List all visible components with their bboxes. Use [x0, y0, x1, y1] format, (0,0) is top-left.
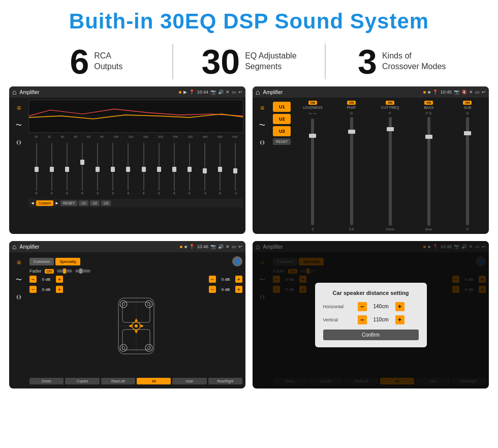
vol-minus-3[interactable]: − [209, 276, 216, 283]
stat-eq: 30 EQ Adjustable Segments [183, 44, 315, 79]
eq-slider-6[interactable]: 0 [121, 143, 135, 195]
freq-32: 32 [48, 135, 51, 138]
stat-label-eq: EQ Adjustable Segments [245, 51, 296, 72]
tab-specialty[interactable]: Specialty [55, 258, 80, 265]
speaker-icon-2[interactable]: ⟬⟭ [259, 139, 265, 146]
eq-slider-3[interactable]: 5 [75, 143, 89, 195]
vol-plus-4[interactable]: + [235, 286, 242, 293]
eq-slider-2[interactable]: 0 [60, 143, 74, 195]
vol-icon-3[interactable]: 🔊 [218, 244, 224, 249]
freq-50: 50 [74, 135, 77, 138]
ctrl-cutfreq-label: CUT FREQ [381, 106, 399, 109]
fader-main: Common Specialty 👤 Fader ON − [28, 254, 243, 386]
stat-crossover: 3 Kinds of Crossover Modes [336, 44, 468, 79]
vol-plus-3[interactable]: + [235, 276, 242, 283]
tab-common[interactable]: Common [29, 258, 54, 265]
x-icon-3[interactable]: ✕ [226, 244, 230, 249]
preset-u3[interactable]: U3 [273, 126, 291, 136]
home-icon-3[interactable]: ⌂ [12, 243, 16, 251]
win-icon-2[interactable]: ▭ [475, 89, 480, 95]
eq-icon-3[interactable]: ≡ [17, 258, 21, 266]
wave-icon-2[interactable]: 〜 [259, 121, 265, 130]
eq-slider-9[interactable]: 0 [167, 143, 181, 195]
loudness-slider[interactable] [311, 118, 314, 225]
sub-slider[interactable] [466, 117, 469, 225]
horizontal-plus[interactable]: + [395, 302, 404, 311]
vol-plus-2[interactable]: + [56, 286, 63, 293]
back-icon-2[interactable]: ↩ [482, 89, 486, 95]
back-icon-3[interactable]: ↩ [238, 244, 242, 249]
phat-slider[interactable] [350, 117, 353, 225]
crossover-reset[interactable]: RESET [273, 138, 291, 145]
vol-plus-1[interactable]: + [56, 276, 63, 283]
ctrl-sub: ON SUB G 0 [449, 101, 486, 231]
eq-slider-7[interactable]: 0 [137, 143, 150, 195]
btn-copilot[interactable]: Copilot [65, 378, 99, 384]
fader-on-badge[interactable]: ON [45, 269, 54, 274]
vertical-minus[interactable]: − [358, 315, 367, 324]
vol-minus-1[interactable]: − [29, 276, 37, 283]
eq-slider-13[interactable]: -1 [229, 143, 242, 195]
vol-icon-2[interactable]: 🔇 [461, 89, 467, 95]
dialog-title: Car speaker distance setting [323, 290, 419, 296]
x-icon-2[interactable]: ✕ [469, 89, 473, 95]
home-icon-1[interactable]: ⌂ [12, 88, 16, 96]
back-icon-1[interactable]: ↩ [238, 89, 242, 95]
dialog-horizontal-row: Horizontal − 140cm + [323, 302, 419, 311]
eq-slider-8[interactable]: 0 [152, 143, 166, 195]
eq-reset-btn[interactable]: RESET [60, 200, 77, 206]
eq-slider-4[interactable]: 0 [91, 143, 105, 195]
speaker-icon-3[interactable]: ⟬⟭ [16, 293, 22, 301]
eq-slider-10[interactable]: 0 [182, 143, 196, 195]
eq-slider-0[interactable]: 0 [29, 143, 43, 195]
eq-slider-12[interactable]: 0 [213, 143, 227, 195]
cam-icon-1[interactable]: 📷 [210, 89, 216, 95]
confirm-button[interactable]: Confirm [323, 330, 419, 340]
eq-icon-1[interactable]: ≡ [17, 104, 21, 112]
eq-slider-5[interactable]: 0 [106, 143, 120, 195]
vol-minus-4[interactable]: − [209, 286, 216, 293]
speaker-icon-1[interactable]: ⟬⟭ [16, 139, 22, 146]
eq-icon-2[interactable]: ≡ [260, 104, 264, 112]
user-icon[interactable]: 👤 [232, 256, 242, 266]
vol-minus-2[interactable]: − [29, 286, 37, 293]
win-icon-1[interactable]: ▭ [232, 89, 236, 95]
prev-arrow[interactable]: ◄ [30, 201, 35, 205]
play-icon-1[interactable]: ▶ [183, 89, 187, 95]
screen-crossover: ⌂ Amplifier 📍 10:45 📷 🔇 ✕ ▭ ↩ ≡ 〜 ⟬⟭ [253, 86, 489, 234]
eq-u2-btn[interactable]: U2 [90, 200, 100, 206]
vol-row-1: − 0 dB + [29, 276, 63, 283]
cutfreq-slider[interactable] [389, 117, 392, 226]
btn-user[interactable]: User [172, 378, 206, 384]
stats-row: 6 RCA Outputs 30 EQ Adjustable Segments … [0, 39, 498, 86]
bass-slider[interactable] [427, 117, 430, 226]
screen-content-3: ≡ 〜 ⟬⟭ Common Specialty 👤 Fader ON [9, 252, 245, 389]
horizontal-minus[interactable]: − [358, 302, 367, 311]
eq-slider-1[interactable]: 0 [45, 143, 58, 195]
right-vol-controls: − 0 dB + − 0 dB + [209, 276, 242, 376]
next-arrow[interactable]: ► [55, 201, 59, 205]
vertical-plus[interactable]: + [395, 315, 404, 324]
win-icon-3[interactable]: ▭ [232, 244, 236, 249]
screen-title-2: Amplifier [263, 89, 420, 95]
eq-slider-11[interactable]: -1 [198, 143, 212, 195]
eq-u1-btn[interactable]: U1 [79, 200, 88, 206]
btn-driver[interactable]: Driver [29, 378, 64, 384]
eq-preset-custom[interactable]: Custom [36, 200, 53, 206]
btn-all[interactable]: All [137, 378, 171, 384]
eq-u3-btn[interactable]: U3 [101, 200, 111, 206]
preset-u2[interactable]: U2 [273, 114, 291, 124]
svg-marker-11 [141, 324, 144, 327]
cam-icon-2[interactable]: 📷 [454, 89, 459, 95]
preset-u1[interactable]: U1 [273, 102, 291, 112]
screen-eq: ⌂ Amplifier ▶ 📍 10:44 📷 🔊 ✕ ▭ ↩ ≡ 〜 ⟬⟭ [9, 86, 245, 234]
home-icon-2[interactable]: ⌂ [256, 88, 260, 96]
wave-icon-3[interactable]: 〜 [16, 276, 22, 284]
wave-icon-1[interactable]: 〜 [16, 121, 22, 130]
x-icon-1[interactable]: ✕ [226, 89, 230, 95]
btn-rearleft[interactable]: RearLeft [101, 378, 135, 384]
location-icon-1: 📍 [189, 89, 195, 95]
cam-icon-3[interactable]: 📷 [210, 244, 216, 249]
btn-rearright[interactable]: RearRight [208, 378, 242, 384]
vol-icon-1[interactable]: 🔊 [218, 89, 224, 95]
